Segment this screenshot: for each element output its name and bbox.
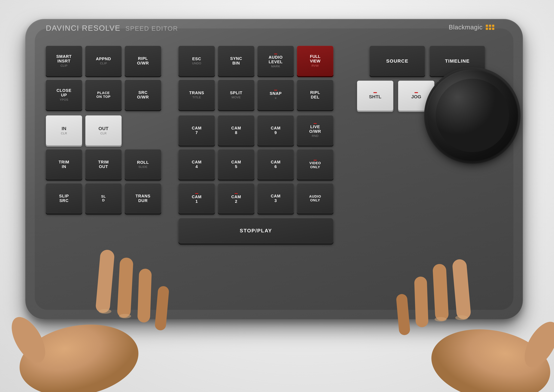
audio-only-key[interactable]: AUDIOONLY (297, 183, 333, 213)
smart-insrt-label: SMARTINSRT (56, 54, 72, 63)
trim-out-key[interactable]: TRIMOUT (85, 149, 122, 179)
svg-rect-11 (433, 264, 449, 321)
full-view-sublabel: RVW (312, 64, 319, 68)
jog-label: JOG (411, 94, 421, 99)
bm-dots (486, 25, 494, 30)
trim-in-key[interactable]: TRIMIN (46, 149, 82, 179)
snap-label: SNAP (270, 91, 282, 96)
video-only-label: VIDEOONLY (309, 161, 321, 169)
live-owr-key[interactable]: LIVEO/WR RND (297, 115, 333, 145)
cam5-key[interactable]: CAM5 (218, 149, 254, 179)
smart-insrt-sublabel: CLIP (61, 64, 68, 68)
svg-point-15 (435, 317, 447, 322)
close-up-key[interactable]: CLOSEUP YPOS (46, 80, 82, 110)
cam6-label: CAM6 (271, 160, 281, 169)
company-name: Blackmagic (449, 24, 483, 31)
video-only-key[interactable]: VIDEOONLY (297, 149, 333, 179)
svg-point-14 (455, 315, 468, 320)
out-key[interactable]: OUT CLR (85, 115, 122, 145)
bm-dot-2 (489, 25, 491, 27)
cam2-label: CAM2 (231, 195, 241, 203)
jog-indicator (415, 92, 418, 93)
svg-rect-2 (95, 249, 115, 314)
cam9-key[interactable]: CAM9 (257, 115, 294, 145)
trans-dur-label: TRANSDUR (136, 194, 151, 203)
place-on-top-key[interactable]: PLACEON TOP (85, 80, 122, 110)
cam6-key[interactable]: CAM6 (257, 149, 294, 179)
audio-level-key[interactable]: AUDIOLEVEL MARK (257, 46, 294, 76)
esc-key[interactable]: ESC UNDO (179, 46, 215, 76)
cam4-label: CAM4 (192, 160, 201, 169)
snap-sublabel: ≡ (275, 96, 277, 100)
trans-key[interactable]: TRANS TITLE (179, 80, 215, 110)
cam1-label: CAM1 (192, 195, 201, 203)
sync-bin-key[interactable]: SYNCBIN (218, 46, 254, 76)
timeline-label: TIMELINE (445, 58, 470, 63)
out-sublabel: CLR (100, 132, 107, 135)
roll-key[interactable]: ROLL SLIDE (125, 149, 161, 179)
full-view-key[interactable]: FULLVIEW RVW (297, 46, 333, 76)
slip-src-label: SLIPSRC (59, 194, 69, 203)
cam2-indicator (235, 193, 238, 194)
source-label: SOURCE (386, 58, 408, 63)
svg-point-7 (119, 314, 131, 318)
cam1-indicator (195, 193, 198, 194)
split-label: SPLIT (230, 91, 242, 95)
audio-level-label: AUDIOLEVEL (269, 55, 283, 64)
audio-only-label: AUDIOONLY (309, 195, 321, 202)
trans-dur-key[interactable]: TRANSDUR (125, 183, 161, 213)
cam2-key[interactable]: CAM2 (218, 183, 254, 213)
blackmagic-logo: Blackmagic (449, 24, 494, 31)
close-up-label: CLOSEUP (56, 88, 72, 97)
snap-indicator (274, 90, 277, 91)
bm-dot-4 (486, 28, 488, 30)
slip-dest-key[interactable]: SLD (85, 183, 122, 213)
svg-rect-13 (396, 294, 410, 336)
roll-label: ROLL (137, 160, 149, 165)
brand-area: DAVINCI RESOLVE SPEED EDITOR (46, 24, 178, 32)
smart-insrt-key[interactable]: SMARTINSRT CLIP (46, 46, 82, 76)
appnd-key[interactable]: APPND CLIP (85, 46, 122, 76)
src-owr-label: SRCO/WR (137, 90, 149, 99)
full-view-label: FULLVIEW (310, 54, 320, 63)
roll-sublabel: SLIDE (138, 165, 147, 169)
model-name: SPEED EDITOR (125, 25, 178, 32)
cam7-key[interactable]: CAM7 (179, 115, 215, 145)
source-key[interactable]: SOURCE (370, 46, 425, 76)
audio-level-indicator (274, 54, 277, 54)
right-hand (317, 215, 554, 392)
video-only-indicator (314, 160, 317, 161)
jog-wheel[interactable] (427, 70, 518, 161)
svg-rect-3 (117, 257, 133, 318)
appnd-sublabel: CLIP (100, 62, 107, 65)
svg-rect-4 (137, 269, 152, 323)
trim-out-label: TRIMOUT (98, 160, 109, 169)
in-sublabel: CLR (61, 132, 67, 135)
live-owr-indicator (314, 123, 317, 124)
snap-key[interactable]: SNAP ≡ (257, 80, 294, 110)
cam3-key[interactable]: CAM3 (257, 183, 294, 213)
svg-rect-10 (452, 259, 471, 320)
ripl-owr-key[interactable]: RIPLO/WR (125, 46, 161, 76)
split-key[interactable]: SPLIT MOVE (218, 80, 254, 110)
slip-src-key[interactable]: SLIPSRC (46, 183, 82, 213)
ripl-del-key[interactable]: RIPLDEL (297, 80, 333, 110)
cam8-key[interactable]: CAM8 (218, 115, 254, 145)
cam4-key[interactable]: CAM4 (179, 149, 215, 179)
cam8-label: CAM8 (231, 126, 241, 135)
cam5-label: CAM5 (231, 160, 241, 169)
shtl-key[interactable]: SHTL (357, 81, 393, 111)
close-up-sublabel: YPOS (60, 98, 68, 101)
brand-title: DAVINCI RESOLVE SPEED EDITOR (46, 24, 178, 32)
ripl-owr-label: RIPLO/WR (137, 56, 149, 65)
cam1-key[interactable]: CAM1 (179, 183, 215, 213)
in-label: IN (62, 126, 66, 131)
esc-sublabel: UNDO (192, 62, 201, 65)
appnd-label: APPND (96, 56, 111, 61)
svg-rect-12 (414, 276, 429, 328)
src-owr-key[interactable]: SRCO/WR (125, 80, 161, 110)
trim-in-label: TRIMIN (59, 160, 69, 169)
in-key[interactable]: IN CLR (46, 115, 82, 145)
bm-dot-1 (486, 25, 488, 27)
sync-bin-label: SYNCBIN (230, 56, 242, 65)
